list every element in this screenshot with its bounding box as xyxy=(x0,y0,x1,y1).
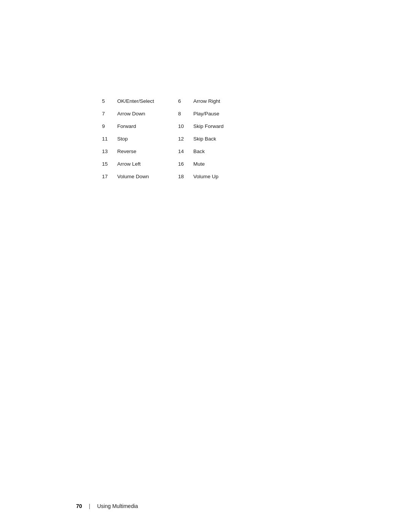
table-label: Arrow Down xyxy=(114,108,175,120)
table-label: Forward xyxy=(114,120,175,133)
table-row: 16 xyxy=(175,158,190,171)
table-label: Volume Down xyxy=(114,171,175,183)
table-row: 9 xyxy=(99,120,114,133)
table-row: 10 xyxy=(175,120,190,133)
table-row: 14 xyxy=(175,145,190,158)
table-label: OK/Enter/Select xyxy=(114,95,175,108)
table-label: Back xyxy=(190,145,251,158)
table-row: 12 xyxy=(175,133,190,145)
table-label: Play/Pause xyxy=(190,108,251,120)
section-title: Using Multimedia xyxy=(97,503,138,509)
table-label: Arrow Right xyxy=(190,95,251,108)
page-number: 70 xyxy=(76,503,82,509)
table-label: Volume Up xyxy=(190,171,251,183)
table-label: Mute xyxy=(190,158,251,171)
table-row: 15 xyxy=(99,158,114,171)
table-label: Skip Back xyxy=(190,133,251,145)
footer-separator: | xyxy=(89,503,91,509)
table-row: 18 xyxy=(175,171,190,183)
table-row: 5 xyxy=(99,95,114,108)
table-row: 6 xyxy=(175,95,190,108)
page-content: 5OK/Enter/Select6Arrow Right7Arrow Down8… xyxy=(0,0,411,214)
key-table: 5OK/Enter/Select6Arrow Right7Arrow Down8… xyxy=(99,95,251,183)
table-row: 13 xyxy=(99,145,114,158)
table-row: 7 xyxy=(99,108,114,120)
table-label: Arrow Left xyxy=(114,158,175,171)
table-row: 17 xyxy=(99,171,114,183)
table-label: Stop xyxy=(114,133,175,145)
table-label: Reverse xyxy=(114,145,175,158)
footer: 70 | Using Multimedia xyxy=(0,503,411,509)
table-row: 11 xyxy=(99,133,114,145)
table-area: 5OK/Enter/Select6Arrow Right7Arrow Down8… xyxy=(99,95,251,183)
table-row: 8 xyxy=(175,108,190,120)
table-label: Skip Forward xyxy=(190,120,251,133)
